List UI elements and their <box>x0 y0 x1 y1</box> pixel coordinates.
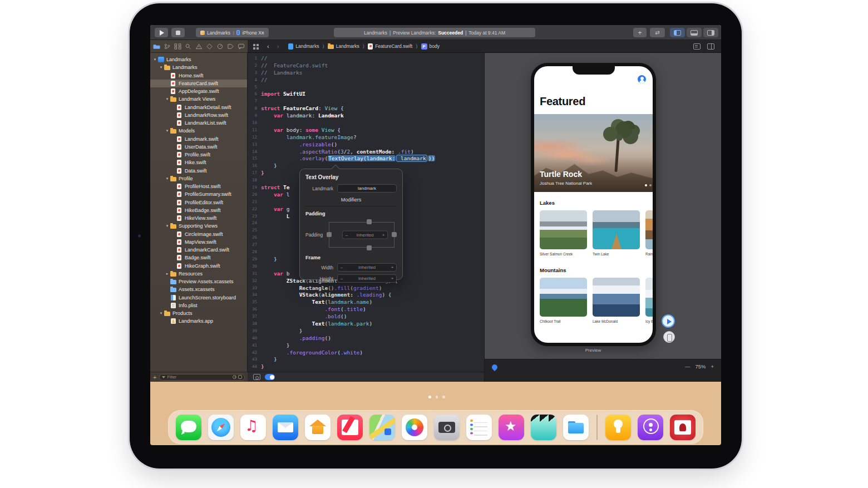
code-line[interactable]: 42 .foregroundColor(.white) <box>248 349 484 357</box>
sidebar-item[interactable]: ▾Supporting Views <box>150 222 247 230</box>
code-line[interactable]: 36 .font(.title) <box>248 306 484 313</box>
dock-tips-icon[interactable] <box>605 415 631 440</box>
code-line[interactable]: 9 var landmark: Landmark <box>248 112 484 120</box>
disclosure-triangle[interactable]: ▾ <box>165 224 170 228</box>
back-button[interactable]: ‹ <box>267 43 269 50</box>
code-line[interactable]: 2// FeatureCard.swift <box>248 62 484 70</box>
code-line[interactable]: 35 Text(landmark.name) <box>248 299 484 306</box>
library-add-button[interactable]: + <box>633 28 647 37</box>
sidebar-item[interactable]: Info.plist <box>150 302 247 309</box>
scheme-selector[interactable]: Landmarks ⟩ iPhone Xʀ <box>196 28 269 37</box>
dock-home-icon[interactable] <box>305 415 331 440</box>
dock-clips-icon[interactable] <box>531 415 556 440</box>
code-line[interactable]: 5 <box>248 84 484 91</box>
sidebar-item[interactable]: Home.swift <box>150 72 247 80</box>
find-navigator-icon[interactable] <box>184 42 193 50</box>
code-line[interactable]: 3// Landmarks <box>248 70 484 77</box>
sidebar-item[interactable]: ProfileSummary.swift <box>150 190 247 198</box>
dock-news-icon[interactable] <box>337 415 363 440</box>
forward-button[interactable]: › <box>277 43 279 50</box>
breadcrumb-item[interactable]: FeatureCard.swift <box>368 43 412 50</box>
code-line[interactable]: 15 .overlay(TextOverlay(landmark: landma… <box>248 155 484 162</box>
code-line[interactable]: 37 .bold() <box>248 313 484 321</box>
disclosure-triangle[interactable]: ▾ <box>165 97 170 101</box>
landmark-card[interactable]: Chilkoot Trail <box>540 278 587 323</box>
dock-files-icon[interactable] <box>563 415 589 440</box>
dock-itunes-store-icon[interactable] <box>499 415 524 440</box>
landmark-value-field[interactable]: landmark <box>337 184 397 193</box>
recents-filter-icon[interactable] <box>233 375 236 379</box>
stop-button[interactable] <box>171 28 185 37</box>
report-navigator-icon[interactable] <box>236 42 245 50</box>
code-line[interactable]: 40 .padding() <box>248 335 484 342</box>
sidebar-item[interactable]: ▾Landmark Views <box>150 95 247 103</box>
breadcrumb-item[interactable]: Landmarks <box>328 43 359 49</box>
landmark-card[interactable]: Twin Lake <box>593 210 640 256</box>
disclosure-triangle[interactable]: ▸ <box>165 272 170 276</box>
stepper-plus[interactable]: + <box>379 233 387 238</box>
stepper-plus[interactable]: + <box>388 276 396 281</box>
padding-bottom-handle[interactable] <box>367 245 372 250</box>
landmark-card[interactable]: Rainbow Lake <box>645 210 653 256</box>
code-line[interactable]: 1// <box>248 55 484 62</box>
code-line[interactable]: 13 .resizable() <box>248 141 484 149</box>
code-line[interactable]: 10 <box>248 120 484 127</box>
zoom-in-button[interactable]: + <box>711 363 714 369</box>
sidebar-item[interactable]: FeatureCard.swift <box>150 80 247 87</box>
code-line[interactable]: 6import SwiftUI <box>248 91 484 98</box>
hero-image[interactable]: Turtle Rock Joshua Tree National Park <box>534 114 653 192</box>
sidebar-item[interactable]: Landmarks.app <box>150 317 247 325</box>
stepper-minus[interactable]: – <box>338 265 346 270</box>
code-line[interactable]: 38 Text(landmark.park) <box>248 321 484 328</box>
sidebar-item[interactable]: Assets.xcassets <box>150 285 247 293</box>
stepper-minus[interactable]: – <box>343 233 351 238</box>
dock-podcasts-icon[interactable] <box>638 415 663 440</box>
preview-on-device-button[interactable] <box>663 331 675 343</box>
breadcrumb-item[interactable]: Landmarks <box>288 43 319 50</box>
width-stepper[interactable]: – Inherited + <box>337 263 397 272</box>
sidebar-item[interactable]: HikeBadge.swift <box>150 206 247 214</box>
code-line[interactable]: 8struct FeatureCard: View { <box>248 105 484 112</box>
sidebar-item[interactable]: Hike.swift <box>150 159 247 166</box>
code-line[interactable]: 33 Rectangle().fill(gradient) <box>248 285 484 292</box>
landmark-card[interactable]: Icy Bay <box>645 278 653 323</box>
code-line[interactable]: 4// <box>248 77 484 84</box>
dock-safari-icon[interactable] <box>208 415 234 440</box>
disclosure-triangle[interactable]: ▾ <box>165 129 170 133</box>
editor-options-icon[interactable] <box>693 43 701 50</box>
disclosure-triangle[interactable]: ▾ <box>165 176 170 181</box>
sidebar-item[interactable]: Preview Assets.xcassets <box>150 278 247 285</box>
disclosure-triangle[interactable]: ▾ <box>152 57 157 62</box>
breadcrumb-item[interactable]: Pbody <box>421 43 440 50</box>
dock-photos-icon[interactable] <box>402 415 427 440</box>
sidebar-item[interactable]: LandmarkDetail.swift <box>150 103 247 111</box>
toggle-debug-area-button[interactable] <box>687 28 702 37</box>
filter-field[interactable]: Filter <box>159 374 245 381</box>
dock-messages-icon[interactable] <box>176 415 201 440</box>
disclosure-triangle[interactable]: ▾ <box>159 65 164 70</box>
landmark-card[interactable]: Silver Salmon Creek <box>540 210 587 256</box>
padding-right-handle[interactable] <box>392 232 397 237</box>
sidebar-item[interactable]: Profile.swift <box>150 151 247 159</box>
dock-camera-icon[interactable] <box>434 415 460 440</box>
snippet-image-icon[interactable] <box>253 374 260 380</box>
sidebar-item[interactable]: HikeView.swift <box>150 214 247 222</box>
pin-preview-icon[interactable] <box>491 363 499 371</box>
sidebar-item[interactable]: LandmarkRow.swift <box>150 111 247 119</box>
sidebar-item[interactable]: Badge.swift <box>150 254 247 262</box>
breakpoint-navigator-icon[interactable] <box>226 42 235 50</box>
sidebar-item[interactable]: UserData.swift <box>150 143 247 151</box>
symbol-navigator-icon[interactable] <box>174 42 183 50</box>
toggle-inspector-panel-button[interactable] <box>703 28 718 37</box>
zoom-out-button[interactable]: — <box>685 363 691 369</box>
run-button[interactable] <box>155 28 168 37</box>
editor-toggle-switch[interactable] <box>265 374 275 380</box>
sidebar-item[interactable]: ▾Products <box>150 309 247 317</box>
code-line[interactable]: 44} <box>248 363 484 371</box>
padding-stepper[interactable]: – Inherited + <box>342 231 388 239</box>
padding-left-handle[interactable] <box>327 232 332 237</box>
swap-editor-button[interactable]: ⇄ <box>650 28 665 37</box>
sidebar-item[interactable]: ▾Models <box>150 127 247 135</box>
code-line[interactable]: 11 var body: some View { <box>248 127 484 134</box>
code-line[interactable]: 39 } <box>248 328 484 335</box>
